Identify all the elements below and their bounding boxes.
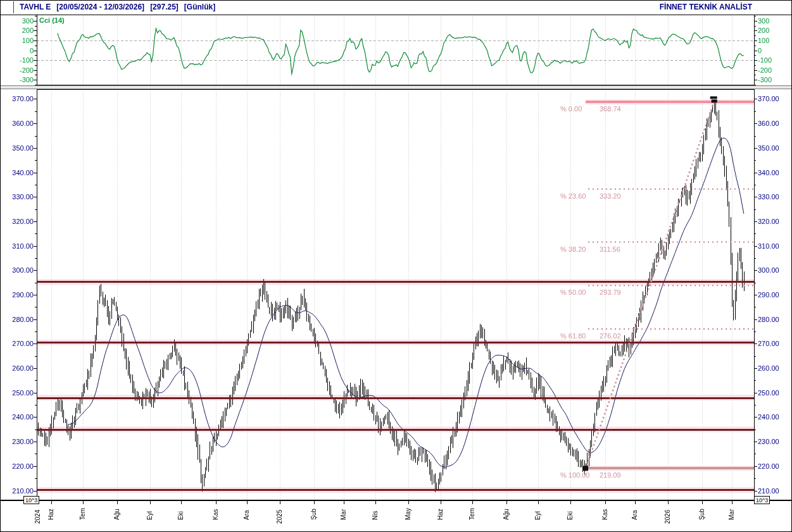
cci-axis-label-left: 0 [2,47,34,54]
symbol-label: TAVHL E [20,3,51,11]
price-axis-label-left: 310.00 [2,242,34,250]
month-label: Mar [340,509,347,520]
month-label: Tem [468,508,475,520]
month-label: Ağu [503,509,510,521]
technical-analysis-window: TAVHL E[20/05/2024 - 12/03/2026][297.25]… [0,0,792,532]
price-axis-label-right: 300.00 [758,266,779,274]
fib-label-61: % 61.80276.02 [560,332,621,340]
chart-title: TAVHL E[20/05/2024 - 12/03/2026][297.25]… [20,3,221,11]
price-axis-label-right: 210.00 [758,487,779,495]
price-axis-label-right: 280.00 [758,316,779,323]
price-axis-label-left: 280.00 [2,316,34,323]
month-label: Mar [728,509,735,520]
price-axis-label-left: 300.00 [2,266,34,274]
cci-axis-label-right: 100 [758,37,769,44]
price-axis-label-left: 220.00 [2,462,34,470]
price-axis-label-right: 360.00 [758,120,779,127]
price-axis-label-left: 290.00 [2,291,34,299]
month-label: May [405,508,412,520]
month-label: 2025 [276,510,283,524]
price-axis-label-right: 270.00 [758,340,779,347]
period-label: [Günlük] [184,3,215,11]
cci-axis-label-left: 300 [2,17,34,25]
price-axis-label-right: 220.00 [758,462,779,470]
cci-axis-label-right: -200 [758,66,772,74]
month-label: 2024 [34,510,41,524]
month-label: Şub [698,509,705,521]
price-axis-label-right: 350.00 [758,144,779,152]
brand-label: FİNNET TEKNİK ANALİST [660,3,752,11]
title-bar: TAVHL E[20/05/2024 - 12/03/2026][297.25]… [1,1,791,15]
price-axis-label-right: 310.00 [758,242,779,250]
price-axis-label-right: 330.00 [758,193,779,201]
price-axis-label-left: 320.00 [2,218,34,225]
scale-badge-left: 10^3 [23,496,39,504]
month-label: Ara [243,510,250,521]
price-axis-label-left: 360.00 [2,120,34,127]
price-axis-label-right: 340.00 [758,169,779,176]
indicator-label: Cci (14) [39,16,65,24]
price-axis-label-right: 260.00 [758,364,779,372]
cci-axis-label-left: -100 [2,56,34,64]
month-label: Eki [177,511,184,520]
month-label: Nis [372,511,379,520]
month-label: Eki [567,511,574,520]
price-axis-label-left: 230.00 [2,438,34,445]
price-axis-label-left: 250.00 [2,389,34,397]
cci-axis-label-right: 200 [758,27,769,34]
cci-axis-label-left: -300 [2,76,34,84]
price-axis-label-left: 260.00 [2,364,34,372]
month-label: Kas [212,509,219,520]
chart-canvas[interactable] [1,1,792,532]
month-label: Kas [601,509,608,520]
price-axis-label-right: 240.00 [758,413,779,421]
cci-axis-label-left: 200 [2,27,34,34]
price-axis-label-right: 250.00 [758,389,779,397]
price-axis-label-right: 230.00 [758,438,779,445]
scale-badge-right: 10^3 [754,496,770,504]
price-axis-label-left: 370.00 [2,95,34,102]
fib-label-100: % 100.00219.09 [560,471,621,479]
cci-axis-label-left: 100 [2,37,34,44]
cci-axis-label-left: -200 [2,66,34,74]
month-label: Tem [79,508,86,520]
cci-axis-label-right: -100 [758,56,772,64]
month-label: Ağu [113,509,120,521]
titlebar-divider [13,1,14,13]
panel-separator[interactable] [1,85,791,89]
price-axis-label-left: 330.00 [2,193,34,201]
month-label: Ara [631,510,638,521]
month-label: Şub [310,509,317,521]
month-label: Eyl [146,511,153,520]
cci-axis-label-right: 300 [758,17,769,25]
month-label: Haz [437,509,444,521]
last-price-label: [297.25] [150,3,179,11]
price-axis-label-left: 340.00 [2,169,34,176]
fib-label-0: % 0.00368.74 [560,105,621,113]
month-label: Eyl [534,511,541,520]
date-range-label: [20/05/2024 - 12/03/2026] [56,3,144,11]
fib-label-38: % 38.20311.56 [560,245,620,253]
price-axis-label-left: 350.00 [2,144,34,152]
month-label: Haz [47,509,54,521]
fib-label-50: % 50.00293.79 [560,288,621,296]
fib-label-23: % 23.60333.20 [560,192,621,200]
price-axis-label-right: 320.00 [758,218,779,225]
cci-axis-label-right: 0 [758,47,762,54]
price-axis-label-left: 240.00 [2,413,34,421]
price-axis-label-left: 270.00 [2,340,34,347]
price-axis-label-right: 370.00 [758,95,779,102]
price-axis-label-left: 210.00 [2,487,34,495]
month-label: 2026 [664,510,671,524]
price-axis-label-right: 290.00 [758,291,779,299]
cci-axis-label-right: -300 [758,76,772,84]
